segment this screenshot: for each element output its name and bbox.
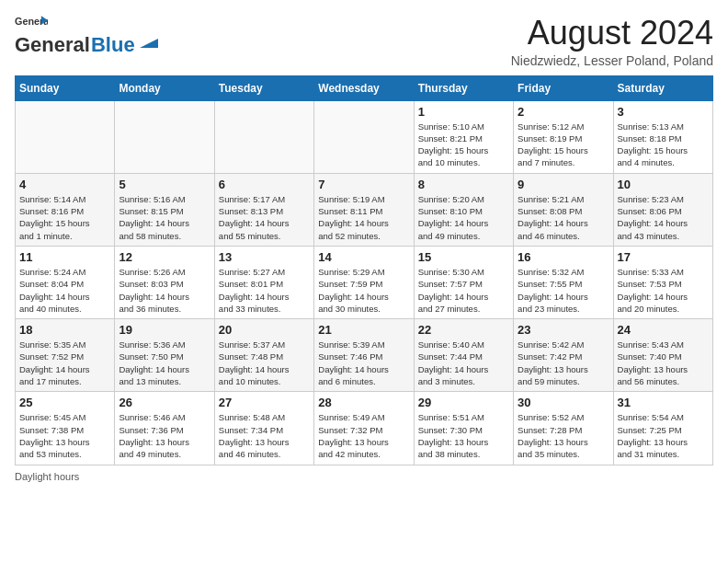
calendar-cell: 10Sunrise: 5:23 AM Sunset: 8:06 PM Dayli… [613,173,712,246]
day-number: 2 [518,105,609,119]
day-info: Sunrise: 5:51 AM Sunset: 7:30 PM Dayligh… [418,411,509,460]
day-number: 21 [318,323,409,337]
day-info: Sunrise: 5:13 AM Sunset: 8:18 PM Dayligh… [618,121,709,169]
day-number: 13 [219,250,310,264]
day-number: 31 [618,396,709,409]
logo-triangle-icon [138,31,158,52]
day-number: 29 [418,396,509,409]
footer-note: Daylight hours [15,471,713,482]
day-info: Sunrise: 5:12 AM Sunset: 8:19 PM Dayligh… [518,121,609,169]
daylight-label: Daylight hours [15,471,79,482]
day-number: 19 [119,323,210,337]
calendar-cell: 12Sunrise: 5:26 AM Sunset: 8:03 PM Dayli… [115,246,214,318]
day-number: 6 [219,178,310,191]
calendar-cell: 6Sunrise: 5:17 AM Sunset: 8:13 PM Daylig… [214,173,313,246]
col-header-saturday: Saturday [613,75,712,100]
day-info: Sunrise: 5:46 AM Sunset: 7:36 PM Dayligh… [119,411,210,460]
calendar-cell: 25Sunrise: 5:45 AM Sunset: 7:38 PM Dayli… [16,392,115,465]
header: General General Blue August 2024 Niedzwi… [15,15,713,68]
day-info: Sunrise: 5:29 AM Sunset: 7:59 PM Dayligh… [318,266,409,315]
day-number: 17 [618,250,709,264]
day-info: Sunrise: 5:48 AM Sunset: 7:34 PM Dayligh… [219,411,310,460]
col-header-thursday: Thursday [414,75,513,100]
day-info: Sunrise: 5:42 AM Sunset: 7:42 PM Dayligh… [518,339,609,387]
col-header-friday: Friday [514,75,613,100]
day-info: Sunrise: 5:27 AM Sunset: 8:01 PM Dayligh… [219,266,310,315]
day-info: Sunrise: 5:17 AM Sunset: 8:13 PM Dayligh… [219,193,310,242]
day-info: Sunrise: 5:36 AM Sunset: 7:50 PM Dayligh… [119,339,210,387]
day-number: 24 [618,323,709,337]
day-number: 3 [618,105,709,119]
calendar-cell: 11Sunrise: 5:24 AM Sunset: 8:04 PM Dayli… [16,246,115,318]
calendar-cell: 3Sunrise: 5:13 AM Sunset: 8:18 PM Daylig… [613,100,712,173]
day-number: 9 [518,178,609,191]
logo: General General Blue [15,15,158,57]
day-info: Sunrise: 5:24 AM Sunset: 8:04 PM Dayligh… [19,266,110,315]
day-number: 7 [318,178,409,191]
day-info: Sunrise: 5:30 AM Sunset: 7:57 PM Dayligh… [418,266,509,315]
calendar-table: SundayMondayTuesdayWednesdayThursdayFrid… [15,75,713,465]
logo-icon: General [15,15,48,31]
day-info: Sunrise: 5:43 AM Sunset: 7:40 PM Dayligh… [618,339,709,387]
day-info: Sunrise: 5:49 AM Sunset: 7:32 PM Dayligh… [318,411,409,460]
day-number: 26 [119,396,210,409]
calendar-cell: 16Sunrise: 5:32 AM Sunset: 7:55 PM Dayli… [514,246,613,318]
day-info: Sunrise: 5:37 AM Sunset: 7:48 PM Dayligh… [219,339,310,387]
title-area: August 2024 Niedzwiedz, Lesser Poland, P… [511,15,713,68]
day-info: Sunrise: 5:54 AM Sunset: 7:25 PM Dayligh… [618,411,709,460]
day-info: Sunrise: 5:35 AM Sunset: 7:52 PM Dayligh… [19,339,110,387]
calendar-cell: 14Sunrise: 5:29 AM Sunset: 7:59 PM Dayli… [314,246,414,318]
day-number: 16 [518,250,609,264]
page-title: August 2024 [511,15,713,52]
day-info: Sunrise: 5:23 AM Sunset: 8:06 PM Dayligh… [618,193,709,242]
day-number: 8 [418,178,509,191]
day-number: 14 [318,250,409,264]
calendar-cell [16,100,115,173]
calendar-cell: 24Sunrise: 5:43 AM Sunset: 7:40 PM Dayli… [613,319,712,392]
day-number: 18 [19,323,110,337]
day-info: Sunrise: 5:20 AM Sunset: 8:10 PM Dayligh… [418,193,509,242]
calendar-cell: 26Sunrise: 5:46 AM Sunset: 7:36 PM Dayli… [115,392,214,465]
day-number: 5 [119,178,210,191]
logo-blue: Blue [91,33,135,57]
calendar-cell: 23Sunrise: 5:42 AM Sunset: 7:42 PM Dayli… [514,319,613,392]
day-number: 27 [219,396,310,409]
calendar-cell: 1Sunrise: 5:10 AM Sunset: 8:21 PM Daylig… [414,100,513,173]
page-subtitle: Niedzwiedz, Lesser Poland, Poland [511,53,713,68]
day-number: 15 [418,250,509,264]
day-number: 11 [19,250,110,264]
calendar-cell: 19Sunrise: 5:36 AM Sunset: 7:50 PM Dayli… [115,319,214,392]
day-info: Sunrise: 5:40 AM Sunset: 7:44 PM Dayligh… [418,339,509,387]
day-info: Sunrise: 5:39 AM Sunset: 7:46 PM Dayligh… [318,339,409,387]
calendar-cell [115,100,214,173]
col-header-monday: Monday [115,75,214,100]
calendar-cell: 27Sunrise: 5:48 AM Sunset: 7:34 PM Dayli… [214,392,313,465]
calendar-cell: 5Sunrise: 5:16 AM Sunset: 8:15 PM Daylig… [115,173,214,246]
col-header-wednesday: Wednesday [314,75,414,100]
day-number: 28 [318,396,409,409]
logo-general: General [15,33,90,57]
calendar-cell: 29Sunrise: 5:51 AM Sunset: 7:30 PM Dayli… [414,392,513,465]
day-number: 22 [418,323,509,337]
calendar-cell: 4Sunrise: 5:14 AM Sunset: 8:16 PM Daylig… [16,173,115,246]
calendar-cell: 18Sunrise: 5:35 AM Sunset: 7:52 PM Dayli… [16,319,115,392]
day-info: Sunrise: 5:19 AM Sunset: 8:11 PM Dayligh… [318,193,409,242]
day-info: Sunrise: 5:32 AM Sunset: 7:55 PM Dayligh… [518,266,609,315]
calendar-cell: 2Sunrise: 5:12 AM Sunset: 8:19 PM Daylig… [514,100,613,173]
svg-marker-2 [140,39,158,48]
day-info: Sunrise: 5:16 AM Sunset: 8:15 PM Dayligh… [119,193,210,242]
calendar-cell [214,100,313,173]
day-info: Sunrise: 5:21 AM Sunset: 8:08 PM Dayligh… [518,193,609,242]
calendar-cell: 20Sunrise: 5:37 AM Sunset: 7:48 PM Dayli… [214,319,313,392]
day-info: Sunrise: 5:45 AM Sunset: 7:38 PM Dayligh… [19,411,110,460]
day-number: 4 [19,178,110,191]
calendar-cell: 8Sunrise: 5:20 AM Sunset: 8:10 PM Daylig… [414,173,513,246]
calendar-cell: 28Sunrise: 5:49 AM Sunset: 7:32 PM Dayli… [314,392,414,465]
day-info: Sunrise: 5:52 AM Sunset: 7:28 PM Dayligh… [518,411,609,460]
day-number: 25 [19,396,110,409]
day-info: Sunrise: 5:14 AM Sunset: 8:16 PM Dayligh… [19,193,110,242]
day-number: 1 [418,105,509,119]
calendar-cell: 22Sunrise: 5:40 AM Sunset: 7:44 PM Dayli… [414,319,513,392]
calendar-cell: 7Sunrise: 5:19 AM Sunset: 8:11 PM Daylig… [314,173,414,246]
col-header-sunday: Sunday [16,75,115,100]
